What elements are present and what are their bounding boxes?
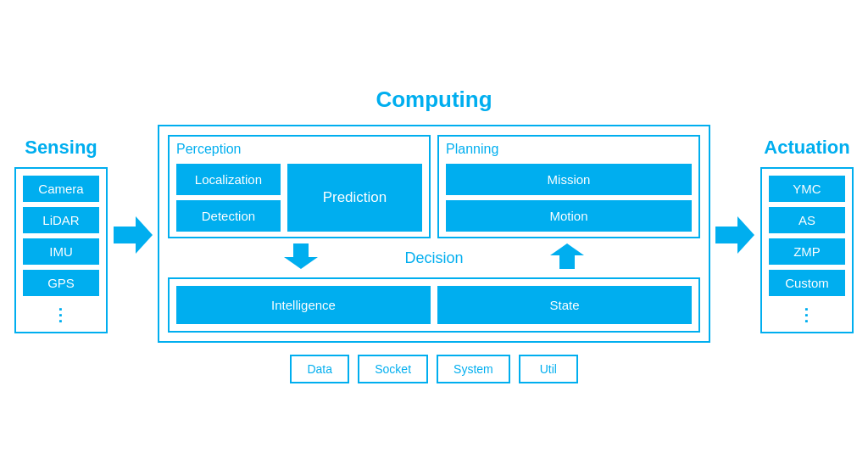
bottom-socket: Socket [358, 355, 428, 383]
perception-inner: Localization Detection Prediction [176, 164, 422, 232]
sensor-lidar: LiDAR [23, 207, 99, 233]
detection-block: Detection [176, 200, 281, 232]
state-block: State [437, 286, 692, 324]
arrow-down-icon [284, 243, 318, 269]
computing-to-actuation-arrow [714, 216, 756, 254]
computing-title: Computing [376, 87, 492, 113]
bottom-items-row: Data Socket System Util [158, 355, 710, 383]
decision-box: Intelligence State [168, 277, 700, 333]
arrow-up-right-container [550, 243, 584, 272]
planning-box: Planning Mission Motion [437, 135, 700, 238]
sensor-gps: GPS [23, 270, 99, 296]
sensing-title: Sensing [25, 137, 97, 159]
sensor-camera: Camera [23, 176, 99, 202]
arrow-up-icon [550, 243, 584, 269]
sensing-box: Camera LiDAR IMU GPS ⋮ [14, 167, 108, 333]
perception-planning-row: Perception Localization Detection Predic… [168, 135, 700, 238]
actuation-section: Actuation YMC AS ZMP Custom ⋮ [756, 137, 858, 333]
sensing-to-computing-arrow [112, 216, 154, 254]
computing-outer-box: Perception Localization Detection Predic… [158, 125, 710, 343]
motion-block: Motion [446, 200, 692, 232]
bottom-util: Util [519, 355, 578, 383]
bottom-system: System [437, 355, 510, 383]
sensing-section: Sensing Camera LiDAR IMU GPS ⋮ [10, 137, 112, 333]
mission-block: Mission [446, 164, 692, 195]
perception-label: Perception [176, 142, 242, 157]
actuation-custom: Custom [769, 270, 845, 296]
arrow-right-icon-2 [715, 216, 754, 254]
planning-label: Planning [446, 142, 498, 157]
arrow-down-left-container [284, 243, 318, 272]
perception-left: Localization Detection [176, 164, 281, 232]
sensor-imu: IMU [23, 238, 99, 265]
decision-arrows-row: Decision [168, 245, 700, 271]
localization-block: Localization [176, 164, 281, 195]
planning-inner: Mission Motion [446, 164, 692, 232]
bottom-data: Data [290, 355, 349, 383]
actuation-ymc: YMC [769, 176, 845, 202]
decision-label: Decision [404, 249, 463, 267]
actuation-zmp: ZMP [769, 238, 845, 265]
actuation-box: YMC AS ZMP Custom ⋮ [760, 167, 854, 333]
diagram: Sensing Camera LiDAR IMU GPS ⋮ Computing… [2, 2, 866, 468]
actuation-dots: ⋮ [798, 305, 816, 325]
computing-wrapper: Computing Perception Localization Detect… [158, 87, 710, 383]
sensing-dots: ⋮ [52, 305, 70, 325]
arrow-right-icon [114, 216, 153, 254]
prediction-block: Prediction [287, 164, 422, 232]
intelligence-block: Intelligence [176, 286, 431, 324]
perception-box: Perception Localization Detection Predic… [168, 135, 431, 238]
actuation-title: Actuation [764, 137, 849, 159]
actuation-as: AS [769, 207, 845, 233]
